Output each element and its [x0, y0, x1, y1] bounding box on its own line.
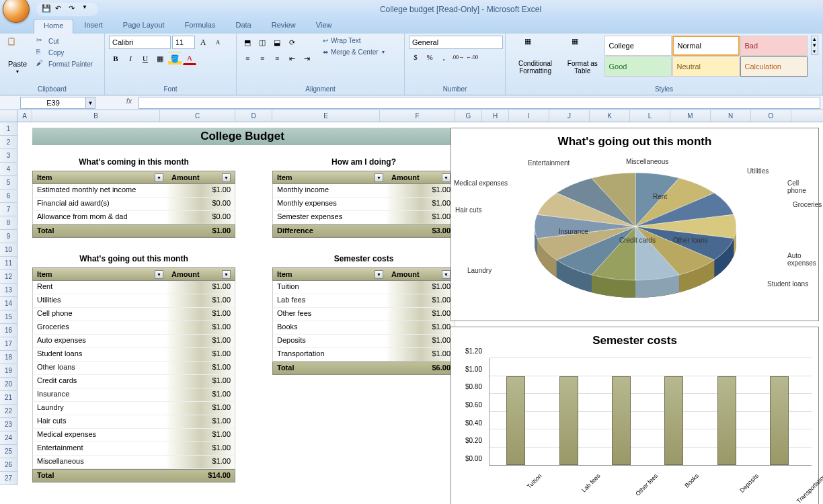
- table-row[interactable]: Utilities$1.00: [32, 294, 235, 308]
- insert-function-button[interactable]: fx: [122, 97, 136, 109]
- row-header-15[interactable]: 15: [0, 310, 17, 324]
- row-header-27[interactable]: 27: [0, 472, 17, 485]
- tab-home[interactable]: Home: [34, 19, 73, 34]
- undo-icon[interactable]: ↶: [55, 4, 66, 15]
- table-row[interactable]: Semester expenses$1.00: [272, 211, 455, 224]
- align-center-button[interactable]: ≡: [256, 52, 269, 65]
- table-row[interactable]: Other fees$1.00: [272, 308, 455, 321]
- row-header-5[interactable]: 5: [0, 176, 17, 190]
- qat-customize-icon[interactable]: ▼: [82, 4, 93, 15]
- col-header-L[interactable]: L: [630, 110, 670, 122]
- col-header-J[interactable]: J: [549, 110, 590, 122]
- font-name-select[interactable]: [109, 36, 171, 49]
- name-box[interactable]: [20, 97, 86, 109]
- align-middle-button[interactable]: ◫: [256, 36, 269, 49]
- row-header-24[interactable]: 24: [0, 431, 17, 445]
- table-row[interactable]: Hair cuts$1.00: [32, 415, 235, 429]
- row-header-14[interactable]: 14: [0, 297, 17, 310]
- style-neutral[interactable]: Neutral: [672, 56, 740, 77]
- chart-bar-semester[interactable]: Semester costs $0.00$0.20$0.40$0.60$0.80…: [450, 327, 819, 504]
- col-header-G[interactable]: G: [455, 110, 482, 122]
- col-header-E[interactable]: E: [272, 110, 380, 122]
- row-header-3[interactable]: 3: [0, 149, 17, 163]
- shrink-font-button[interactable]: A: [211, 36, 225, 49]
- table-row[interactable]: Rent$1.00: [32, 281, 235, 294]
- orientation-button[interactable]: ⟳: [285, 36, 299, 49]
- cut-button[interactable]: ✂Cut: [34, 36, 95, 46]
- filter-dropdown[interactable]: ▼: [155, 173, 163, 182]
- tab-page-layout[interactable]: Page Layout: [114, 19, 174, 34]
- row-header-22[interactable]: 22: [0, 405, 17, 418]
- save-icon[interactable]: 💾: [42, 4, 52, 15]
- row-header-23[interactable]: 23: [0, 418, 17, 431]
- table-row[interactable]: Tuition$1.00: [272, 281, 455, 294]
- col-header-F[interactable]: F: [380, 110, 455, 122]
- row-header-12[interactable]: 12: [0, 270, 17, 284]
- wrap-text-button[interactable]: ↩Wrap Text: [320, 36, 389, 46]
- col-header-O[interactable]: O: [751, 110, 791, 122]
- style-college[interactable]: College: [604, 36, 672, 56]
- table-row[interactable]: Transportation$1.00: [272, 348, 455, 362]
- number-format-select[interactable]: [409, 36, 503, 49]
- merge-center-button[interactable]: ⬌Merge & Center▼: [320, 47, 389, 57]
- row-header-6[interactable]: 6: [0, 190, 17, 203]
- filter-dropdown[interactable]: ▼: [222, 173, 231, 182]
- italic-button[interactable]: I: [124, 52, 137, 65]
- formula-input[interactable]: [139, 97, 820, 109]
- copy-button[interactable]: ⎘Copy: [34, 47, 95, 58]
- redo-icon[interactable]: ↷: [69, 4, 79, 15]
- row-header-25[interactable]: 25: [0, 445, 17, 458]
- row-header-4[interactable]: 4: [0, 163, 17, 176]
- row-header-16[interactable]: 16: [0, 324, 17, 337]
- chart-pie-going-out[interactable]: What's going out this month Miscellaneou…: [450, 128, 819, 321]
- col-header-H[interactable]: H: [482, 110, 509, 122]
- filter-dropdown[interactable]: ▼: [375, 173, 383, 182]
- increase-decimal-button[interactable]: .00→: [451, 50, 465, 64]
- row-header-7[interactable]: 7: [0, 203, 17, 216]
- worksheet-grid[interactable]: ABCDEFGHIJKLMNO 123456789101112131415161…: [0, 110, 823, 504]
- col-header-K[interactable]: K: [590, 110, 630, 122]
- row-header-17[interactable]: 17: [0, 337, 17, 351]
- style-good[interactable]: Good: [604, 56, 672, 77]
- col-header-N[interactable]: N: [711, 110, 751, 122]
- table-row[interactable]: Credit cards$1.00: [32, 375, 235, 388]
- align-top-button[interactable]: ⬒: [241, 36, 254, 49]
- row-header-10[interactable]: 10: [0, 243, 17, 257]
- select-all-button[interactable]: [0, 110, 17, 122]
- decrease-indent-button[interactable]: ⇤: [285, 52, 299, 65]
- filter-dropdown[interactable]: ▼: [442, 173, 450, 182]
- table-row[interactable]: Student loans$1.00: [32, 348, 235, 362]
- table-row[interactable]: Books$1.00: [272, 321, 455, 335]
- table-row[interactable]: Financial aid award(s)$0.00: [32, 198, 235, 211]
- conditional-formatting-button[interactable]: ▦ Conditional Formatting: [510, 36, 561, 76]
- style-bad[interactable]: Bad: [740, 36, 808, 56]
- underline-button[interactable]: U: [139, 52, 152, 65]
- tab-view[interactable]: View: [307, 19, 342, 34]
- border-button[interactable]: ▦: [153, 52, 167, 65]
- currency-button[interactable]: $: [409, 50, 422, 64]
- row-header-21[interactable]: 21: [0, 391, 17, 405]
- table-row[interactable]: Monthly expenses$1.00: [272, 198, 455, 211]
- table-row[interactable]: Medical expenses$1.00: [32, 429, 235, 442]
- table-row[interactable]: Cell phone$1.00: [32, 308, 235, 321]
- col-header-C[interactable]: C: [160, 110, 235, 122]
- cells[interactable]: College Budget What's coming in this mon…: [17, 122, 823, 504]
- table-row[interactable]: Laundry$1.00: [32, 402, 235, 415]
- row-header-1[interactable]: 1: [0, 122, 17, 136]
- increase-indent-button[interactable]: ⇥: [300, 52, 313, 65]
- col-header-D[interactable]: D: [235, 110, 272, 122]
- grow-font-button[interactable]: A: [196, 36, 210, 49]
- table-row[interactable]: Estimated monthly net income$1.00: [32, 184, 235, 198]
- col-header-I[interactable]: I: [509, 110, 549, 122]
- table-row[interactable]: Auto expenses$1.00: [32, 335, 235, 348]
- fill-color-button[interactable]: 🪣: [168, 52, 182, 65]
- table-row[interactable]: Monthly income$1.00: [272, 184, 455, 198]
- table-row[interactable]: Other loans$1.00: [32, 362, 235, 375]
- table-row[interactable]: Allowance from mom & dad$0.00: [32, 211, 235, 224]
- decrease-decimal-button[interactable]: ←.00: [465, 50, 479, 64]
- tab-data[interactable]: Data: [226, 19, 260, 34]
- font-size-select[interactable]: [172, 36, 195, 49]
- comma-button[interactable]: ,: [437, 50, 450, 64]
- format-as-table-button[interactable]: ▦ Format as Table: [563, 36, 601, 76]
- row-header-2[interactable]: 2: [0, 136, 17, 149]
